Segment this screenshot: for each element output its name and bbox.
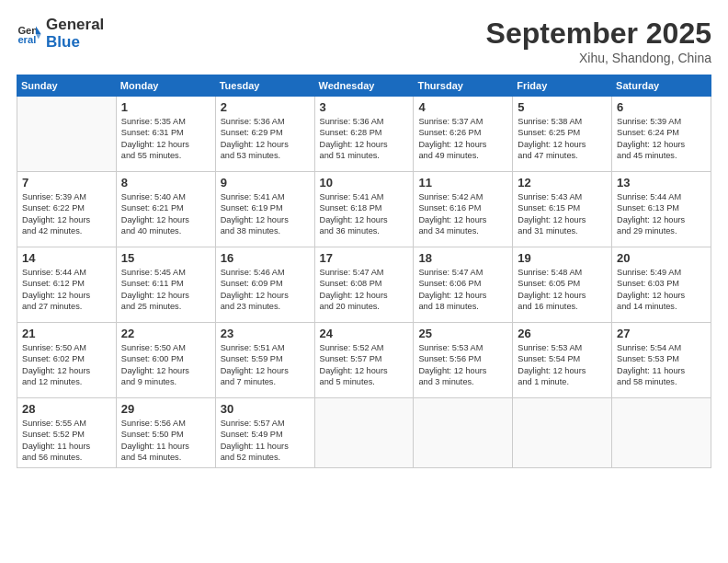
- day-number: 25: [418, 327, 507, 340]
- col-tuesday: Tuesday: [215, 75, 314, 97]
- day-info: Sunrise: 5:42 AM Sunset: 6:16 PM Dayligh…: [418, 191, 507, 237]
- day-info: Sunrise: 5:45 AM Sunset: 6:11 PM Dayligh…: [121, 267, 210, 313]
- calendar-cell: 15Sunrise: 5:45 AM Sunset: 6:11 PM Dayli…: [116, 247, 215, 323]
- day-info: Sunrise: 5:37 AM Sunset: 6:26 PM Dayligh…: [418, 116, 507, 162]
- day-info: Sunrise: 5:36 AM Sunset: 6:29 PM Dayligh…: [221, 116, 310, 162]
- day-number: 20: [617, 251, 706, 265]
- logo-icon: Gen eral: [17, 21, 42, 47]
- calendar-week-row: 1Sunrise: 5:35 AM Sunset: 6:31 PM Daylig…: [17, 97, 711, 172]
- day-info: Sunrise: 5:41 AM Sunset: 6:19 PM Dayligh…: [221, 191, 310, 237]
- calendar-cell: 7Sunrise: 5:39 AM Sunset: 6:22 PM Daylig…: [17, 172, 117, 247]
- logo-text-general: General: [46, 16, 104, 33]
- col-thursday: Thursday: [414, 75, 513, 97]
- day-number: 3: [320, 100, 409, 114]
- calendar-cell: [314, 398, 414, 468]
- calendar-cell: 22Sunrise: 5:50 AM Sunset: 6:00 PM Dayli…: [116, 323, 215, 398]
- day-number: 24: [320, 327, 409, 340]
- calendar-cell: 29Sunrise: 5:56 AM Sunset: 5:50 PM Dayli…: [116, 398, 215, 468]
- calendar-week-row: 14Sunrise: 5:44 AM Sunset: 6:12 PM Dayli…: [17, 247, 711, 323]
- svg-marker-2: [36, 26, 41, 33]
- day-number: 5: [518, 100, 607, 114]
- day-info: Sunrise: 5:54 AM Sunset: 5:53 PM Dayligh…: [617, 342, 706, 388]
- calendar-cell: 5Sunrise: 5:38 AM Sunset: 6:25 PM Daylig…: [513, 97, 612, 172]
- day-number: 22: [121, 327, 210, 340]
- calendar-cell: [612, 398, 711, 468]
- calendar-cell: 28Sunrise: 5:55 AM Sunset: 5:52 PM Dayli…: [17, 398, 117, 468]
- day-number: 13: [617, 176, 706, 190]
- day-number: 4: [418, 100, 507, 114]
- day-info: Sunrise: 5:47 AM Sunset: 6:06 PM Dayligh…: [418, 267, 507, 313]
- day-number: 2: [221, 100, 310, 114]
- month-title: September 2025: [486, 17, 711, 51]
- calendar-cell: 3Sunrise: 5:36 AM Sunset: 6:28 PM Daylig…: [314, 97, 414, 172]
- calendar-cell: 21Sunrise: 5:50 AM Sunset: 6:02 PM Dayli…: [17, 323, 117, 398]
- col-sunday: Sunday: [17, 75, 117, 97]
- day-number: 21: [22, 327, 111, 340]
- calendar-cell: 23Sunrise: 5:51 AM Sunset: 5:59 PM Dayli…: [215, 323, 314, 398]
- calendar-cell: 19Sunrise: 5:48 AM Sunset: 6:05 PM Dayli…: [513, 247, 612, 323]
- day-info: Sunrise: 5:53 AM Sunset: 5:56 PM Dayligh…: [418, 342, 507, 388]
- day-info: Sunrise: 5:41 AM Sunset: 6:18 PM Dayligh…: [320, 191, 409, 237]
- day-number: 15: [121, 251, 210, 265]
- logo: Gen eral General Blue: [17, 17, 104, 51]
- day-info: Sunrise: 5:44 AM Sunset: 6:13 PM Dayligh…: [617, 191, 706, 237]
- calendar-cell: 16Sunrise: 5:46 AM Sunset: 6:09 PM Dayli…: [215, 247, 314, 323]
- day-number: 18: [418, 251, 507, 265]
- day-number: 16: [221, 251, 310, 265]
- day-info: Sunrise: 5:53 AM Sunset: 5:54 PM Dayligh…: [518, 342, 607, 388]
- day-number: 26: [518, 327, 607, 340]
- day-info: Sunrise: 5:55 AM Sunset: 5:52 PM Dayligh…: [22, 418, 111, 464]
- day-info: Sunrise: 5:51 AM Sunset: 5:59 PM Dayligh…: [221, 342, 310, 388]
- calendar-cell: 24Sunrise: 5:52 AM Sunset: 5:57 PM Dayli…: [314, 323, 414, 398]
- day-info: Sunrise: 5:36 AM Sunset: 6:28 PM Dayligh…: [320, 116, 409, 162]
- col-monday: Monday: [116, 75, 215, 97]
- page-header: Gen eral General Blue September 2025 Xih…: [17, 17, 711, 65]
- col-friday: Friday: [513, 75, 612, 97]
- day-number: 29: [121, 402, 210, 416]
- calendar-cell: 10Sunrise: 5:41 AM Sunset: 6:18 PM Dayli…: [314, 172, 414, 247]
- calendar-cell: 14Sunrise: 5:44 AM Sunset: 6:12 PM Dayli…: [17, 247, 117, 323]
- calendar-cell: 18Sunrise: 5:47 AM Sunset: 6:06 PM Dayli…: [414, 247, 513, 323]
- calendar-cell: 30Sunrise: 5:57 AM Sunset: 5:49 PM Dayli…: [215, 398, 314, 468]
- calendar-table: Sunday Monday Tuesday Wednesday Thursday…: [17, 75, 711, 468]
- calendar-cell: 9Sunrise: 5:41 AM Sunset: 6:19 PM Daylig…: [215, 172, 314, 247]
- day-number: 14: [22, 251, 111, 265]
- logo-text-blue: Blue: [46, 33, 80, 51]
- day-info: Sunrise: 5:38 AM Sunset: 6:25 PM Dayligh…: [518, 116, 607, 162]
- day-number: 7: [22, 176, 111, 190]
- col-saturday: Saturday: [612, 75, 711, 97]
- calendar-cell: 12Sunrise: 5:43 AM Sunset: 6:15 PM Dayli…: [513, 172, 612, 247]
- svg-text:eral: eral: [17, 33, 36, 44]
- day-info: Sunrise: 5:48 AM Sunset: 6:05 PM Dayligh…: [518, 267, 607, 313]
- day-number: 17: [320, 251, 409, 265]
- day-info: Sunrise: 5:56 AM Sunset: 5:50 PM Dayligh…: [121, 418, 210, 464]
- day-info: Sunrise: 5:52 AM Sunset: 5:57 PM Dayligh…: [320, 342, 409, 388]
- calendar-cell: 13Sunrise: 5:44 AM Sunset: 6:13 PM Dayli…: [612, 172, 711, 247]
- day-info: Sunrise: 5:39 AM Sunset: 6:24 PM Dayligh…: [617, 116, 706, 162]
- day-info: Sunrise: 5:50 AM Sunset: 6:00 PM Dayligh…: [121, 342, 210, 388]
- day-info: Sunrise: 5:39 AM Sunset: 6:22 PM Dayligh…: [22, 191, 111, 237]
- day-number: 12: [518, 176, 607, 190]
- calendar-cell: [414, 398, 513, 468]
- calendar-cell: [17, 97, 117, 172]
- calendar-cell: 20Sunrise: 5:49 AM Sunset: 6:03 PM Dayli…: [612, 247, 711, 323]
- calendar-cell: 26Sunrise: 5:53 AM Sunset: 5:54 PM Dayli…: [513, 323, 612, 398]
- day-number: 9: [221, 176, 310, 190]
- calendar-cell: 8Sunrise: 5:40 AM Sunset: 6:21 PM Daylig…: [116, 172, 215, 247]
- day-number: 23: [221, 327, 310, 340]
- day-info: Sunrise: 5:46 AM Sunset: 6:09 PM Dayligh…: [221, 267, 310, 313]
- calendar-week-row: 21Sunrise: 5:50 AM Sunset: 6:02 PM Dayli…: [17, 323, 711, 398]
- day-number: 1: [121, 100, 210, 114]
- day-number: 8: [121, 176, 210, 190]
- day-number: 6: [617, 100, 706, 114]
- day-number: 19: [518, 251, 607, 265]
- calendar-cell: 4Sunrise: 5:37 AM Sunset: 6:26 PM Daylig…: [414, 97, 513, 172]
- calendar-cell: [513, 398, 612, 468]
- day-info: Sunrise: 5:47 AM Sunset: 6:08 PM Dayligh…: [320, 267, 409, 313]
- location: Xihu, Shandong, China: [486, 51, 711, 65]
- calendar-week-row: 7Sunrise: 5:39 AM Sunset: 6:22 PM Daylig…: [17, 172, 711, 247]
- title-block: September 2025 Xihu, Shandong, China: [486, 17, 711, 65]
- day-info: Sunrise: 5:44 AM Sunset: 6:12 PM Dayligh…: [22, 267, 111, 313]
- calendar-cell: 2Sunrise: 5:36 AM Sunset: 6:29 PM Daylig…: [215, 97, 314, 172]
- day-number: 11: [418, 176, 507, 190]
